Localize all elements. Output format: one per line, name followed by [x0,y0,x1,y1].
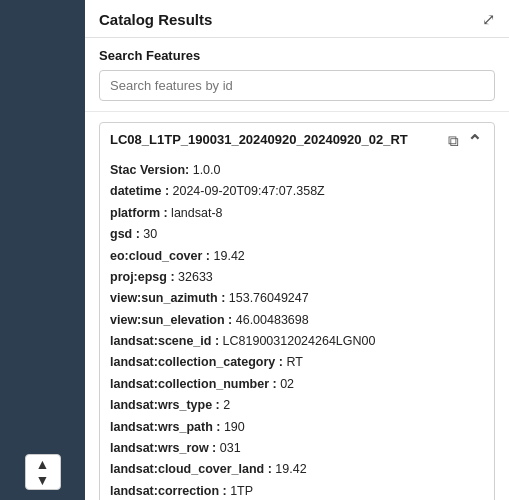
property-value: RT [286,355,302,369]
copy-button[interactable]: ⧉ [446,131,461,153]
property-row: datetime : 2024-09-20T09:47:07.358Z [110,182,484,201]
collapse-button[interactable]: ⌃ [465,131,484,153]
property-value: LC81900312024264LGN00 [223,334,376,348]
search-section: Search Features [85,38,509,112]
property-value: 190 [224,420,245,434]
property-row: Stac Version: 1.0.0 [110,161,484,180]
property-row: landsat:cloud_cover_land : 19.42 [110,460,484,479]
property-key: datetime : [110,184,173,198]
search-input[interactable] [99,70,495,101]
property-value: 031 [220,441,241,455]
property-row: landsat:collection_category : RT [110,353,484,372]
result-item-title: LC08_L1TP_190031_20240920_20240920_02_RT [110,131,438,149]
property-row: landsat:correction : 1TP [110,482,484,500]
property-row: gsd : 30 [110,225,484,244]
property-key: landsat:wrs_path : [110,420,224,434]
property-value: 46.00483698 [236,313,309,327]
properties-list: Stac Version: 1.0.0datetime : 2024-09-20… [110,161,484,500]
property-value: 02 [280,377,294,391]
result-item-header: LC08_L1TP_190031_20240920_20240920_02_RT… [110,131,484,153]
property-row: landsat:scene_id : LC81900312024264LGN00 [110,332,484,351]
sidebar-scroll-button[interactable]: ▲▼ [25,454,61,490]
property-row: landsat:wrs_row : 031 [110,439,484,458]
property-key: Stac Version: [110,163,193,177]
property-row: view:sun_elevation : 46.00483698 [110,311,484,330]
property-value: 32633 [178,270,213,284]
property-row: eo:cloud_cover : 19.42 [110,247,484,266]
property-row: landsat:wrs_type : 2 [110,396,484,415]
property-value: 19.42 [214,249,245,263]
expand-icon[interactable]: ⤢ [482,10,495,29]
left-sidebar: ▲▼ [0,0,85,500]
results-area[interactable]: LC08_L1TP_190031_20240920_20240920_02_RT… [85,112,509,500]
property-key: landsat:collection_number : [110,377,280,391]
catalog-results-panel: Catalog Results ⤢ Search Features LC08_L… [85,0,509,500]
property-key: eo:cloud_cover : [110,249,214,263]
property-value: 1.0.0 [193,163,221,177]
result-item: LC08_L1TP_190031_20240920_20240920_02_RT… [99,122,495,500]
property-row: proj:epsg : 32633 [110,268,484,287]
result-item-actions: ⧉ ⌃ [446,131,484,153]
property-value: 30 [143,227,157,241]
panel-title: Catalog Results [99,11,212,28]
property-value: landsat-8 [171,206,222,220]
property-key: proj:epsg : [110,270,178,284]
property-value: 1TP [230,484,253,498]
property-key: landsat:wrs_row : [110,441,220,455]
property-row: landsat:wrs_path : 190 [110,418,484,437]
property-row: view:sun_azimuth : 153.76049247 [110,289,484,308]
panel-header: Catalog Results ⤢ [85,0,509,38]
property-value: 2024-09-20T09:47:07.358Z [173,184,325,198]
property-value: 153.76049247 [229,291,309,305]
search-input-wrapper [99,70,495,101]
scroll-arrows-icon: ▲▼ [36,456,50,488]
property-key: gsd : [110,227,143,241]
search-features-label: Search Features [99,48,495,63]
property-row: platform : landsat-8 [110,204,484,223]
property-key: landsat:scene_id : [110,334,223,348]
property-key: view:sun_elevation : [110,313,236,327]
property-key: landsat:correction : [110,484,230,498]
property-value: 19.42 [275,462,306,476]
property-key: landsat:wrs_type : [110,398,223,412]
property-key: landsat:cloud_cover_land : [110,462,275,476]
property-key: view:sun_azimuth : [110,291,229,305]
property-key: landsat:collection_category : [110,355,286,369]
property-key: platform : [110,206,171,220]
property-row: landsat:collection_number : 02 [110,375,484,394]
property-value: 2 [223,398,230,412]
